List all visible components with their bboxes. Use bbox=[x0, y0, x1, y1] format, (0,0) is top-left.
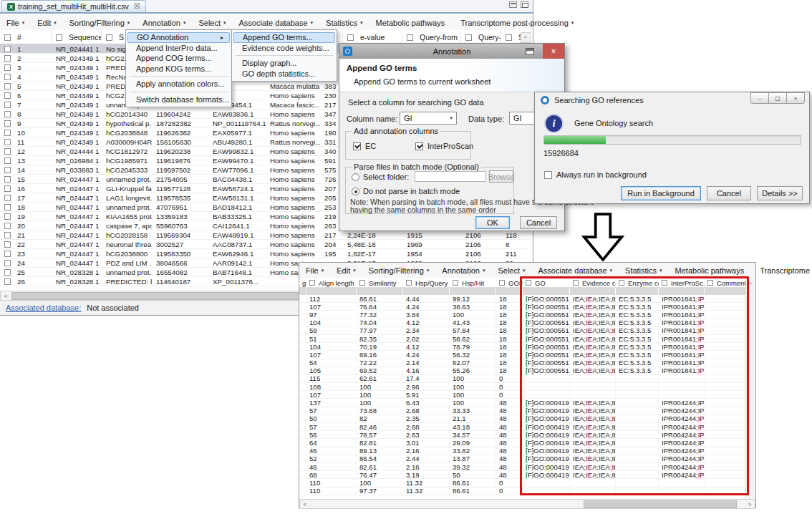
scrollbar-thumb[interactable] bbox=[584, 500, 737, 508]
row-checkbox[interactable] bbox=[4, 204, 11, 210]
row-checkbox[interactable] bbox=[4, 185, 11, 192]
col-comments[interactable]: Comments bbox=[717, 279, 746, 287]
col-hsp-query[interactable]: Hsp/Query bbox=[415, 279, 448, 287]
dialog-title-bar[interactable]: Annotation × bbox=[339, 44, 564, 59]
scroll-right-icon[interactable]: > bbox=[745, 500, 754, 508]
row-checkbox[interactable] bbox=[4, 278, 11, 285]
scroll-left-icon[interactable]: < bbox=[301, 500, 309, 508]
table-row[interactable]: 108 100 2.96 100 0 bbox=[299, 383, 746, 391]
col-evidence[interactable]: Evidence c... bbox=[582, 279, 616, 287]
row-checkbox[interactable] bbox=[4, 130, 11, 136]
always-background-checkbox[interactable] bbox=[544, 171, 552, 179]
select-folder-radio[interactable] bbox=[352, 173, 359, 181]
col-description[interactable]: S bbox=[119, 33, 124, 42]
row-checkbox[interactable] bbox=[4, 46, 11, 52]
col-query-to[interactable]: Query-to bbox=[478, 33, 501, 42]
header-checkbox[interactable] bbox=[573, 280, 579, 286]
header-checkbox[interactable] bbox=[499, 280, 505, 286]
row-checkbox[interactable] bbox=[4, 241, 11, 248]
menu-item[interactable]: Annotation ▾ bbox=[435, 263, 491, 278]
ok-button[interactable]: OK bbox=[475, 216, 510, 229]
scroll-up-icon[interactable]: ^ bbox=[746, 279, 755, 288]
menu-option[interactable]: Append KOG terms... bbox=[127, 64, 230, 74]
table-row[interactable]: 110 97.37 11.32 86.61 0 bbox=[299, 488, 746, 495]
interproscan-checkbox[interactable] bbox=[415, 142, 423, 150]
tab-close-icon[interactable]: ☒ bbox=[134, 3, 140, 10]
run-in-background-button[interactable]: Run in Background bbox=[621, 186, 701, 200]
row-checkbox[interactable] bbox=[4, 251, 11, 257]
row-checkbox[interactable] bbox=[4, 260, 11, 266]
table-row[interactable]: 104 70.19 4.12 78.79 18 [F]GO:0005515...… bbox=[299, 343, 746, 351]
close-icon[interactable]: × bbox=[786, 92, 805, 104]
col-interpro[interactable]: InterProSc... bbox=[671, 279, 705, 287]
menu-option[interactable] bbox=[130, 74, 228, 77]
header-checkbox[interactable] bbox=[359, 280, 365, 286]
row-checkbox[interactable] bbox=[4, 232, 11, 238]
col-query-from[interactable]: Query-from bbox=[420, 33, 458, 42]
scroll-up-icon[interactable]: ^ bbox=[521, 32, 531, 43]
table-row[interactable]: 137 100 6.43 100 48 [F]GO:0004197... IEA… bbox=[299, 399, 746, 407]
menu-item[interactable]: Sorting/Filtering ▾ bbox=[63, 15, 137, 30]
table-row[interactable]: 22 NR_024447 1 neuronal threa... 3002527… bbox=[0, 240, 531, 249]
menu-item[interactable]: Statistics ▾ bbox=[319, 15, 369, 30]
menu-item[interactable]: File ▾ bbox=[299, 263, 330, 278]
table-row[interactable]: 68 76.47 3.19 50 48 [F]GO:0004197... IEA… bbox=[299, 471, 746, 479]
table-row[interactable]: 52 86.54 2.44 13.87 48 [F]GO:0004197... … bbox=[299, 455, 746, 463]
row-checkbox[interactable] bbox=[4, 167, 11, 173]
header-checkbox[interactable] bbox=[106, 34, 112, 41]
row-checkbox[interactable] bbox=[4, 139, 11, 145]
menu-item[interactable]: Select ▾ bbox=[491, 263, 531, 278]
col-similarity[interactable]: Similarity bbox=[369, 279, 397, 287]
cancel-button[interactable]: Cancel bbox=[707, 186, 751, 200]
table-row[interactable]: 50 82 2.35 21.1 48 [F]GO:0004197... IEA;… bbox=[299, 415, 746, 423]
menu-item[interactable]: Associate database ▾ bbox=[532, 263, 619, 278]
table-row[interactable]: 104 74.04 4.12 41.43 18 [F]GO:0005515...… bbox=[299, 319, 746, 327]
maximize-icon[interactable]: ▢ bbox=[768, 92, 787, 104]
row-checkbox[interactable] bbox=[4, 157, 11, 164]
header-checkbox[interactable] bbox=[453, 280, 458, 286]
table-row[interactable]: 21 NR_024447 1 hCG2028158 119569304 EAW4… bbox=[0, 231, 531, 240]
details-button[interactable]: Details >> bbox=[757, 186, 803, 200]
menu-item[interactable]: Associate database ▾ bbox=[233, 15, 320, 30]
menu-option[interactable]: GO depth statistics... bbox=[233, 69, 335, 79]
minimize-icon[interactable] bbox=[509, 1, 517, 8]
scroll-left-icon[interactable]: < bbox=[1, 292, 10, 300]
menu-item[interactable]: Statistics ▾ bbox=[619, 263, 669, 278]
col-num[interactable]: # bbox=[17, 33, 21, 42]
row-checkbox[interactable] bbox=[4, 120, 11, 127]
menu-option[interactable] bbox=[130, 89, 228, 92]
row-checkbox[interactable] bbox=[4, 55, 11, 62]
table-row[interactable]: 46 89.13 2.16 33.82 48 [F]GO:0004197... … bbox=[299, 447, 746, 455]
header-checkbox[interactable] bbox=[407, 34, 413, 41]
table-row[interactable]: 23 NR_024447 1 hCG2038800 119583350 EAW6… bbox=[0, 249, 531, 258]
table-row[interactable]: 107 69.16 4.24 56.32 18 [F]GO:0005515...… bbox=[299, 351, 746, 359]
col-align-length[interactable]: Align length bbox=[319, 279, 354, 287]
menu-item[interactable]: Metabolic pathways bbox=[669, 263, 754, 278]
col-go-count[interactable]: GO# bbox=[508, 279, 523, 287]
menu-option[interactable]: Append InterPro data... bbox=[127, 43, 230, 54]
menu-item[interactable]: Sorting/Filtering ▾ bbox=[362, 263, 436, 278]
table-row[interactable]: 64 82.81 3.01 29.09 48 [F]GO:0004197... … bbox=[299, 439, 746, 447]
no-batch-radio[interactable] bbox=[352, 188, 359, 195]
table-row[interactable]: 57 73.68 2.68 33.33 48 [F]GO:0004197... … bbox=[299, 407, 746, 415]
table-row[interactable]: 105 69.52 4.16 55.26 18 [F]GO:0005515...… bbox=[299, 367, 746, 375]
table-row[interactable]: 97 77.32 3.84 100 18 [F]GO:0005515... IE… bbox=[299, 311, 746, 319]
row-checkbox[interactable] bbox=[4, 111, 11, 117]
col-go[interactable]: GO bbox=[535, 279, 546, 287]
header-checkbox[interactable] bbox=[56, 34, 62, 41]
menu-item[interactable]: Transcriptome post-processing ▾ bbox=[753, 263, 812, 278]
header-checkbox[interactable] bbox=[619, 280, 624, 286]
menu-item[interactable]: Select ▾ bbox=[192, 15, 232, 30]
menu-option[interactable] bbox=[236, 53, 333, 56]
header-checkbox[interactable] bbox=[506, 34, 512, 41]
column-name-select[interactable]: GI ▾ bbox=[400, 112, 457, 125]
menu-option[interactable]: Append GO terms... bbox=[233, 32, 335, 43]
menu-item[interactable]: Edit ▾ bbox=[330, 263, 362, 278]
col-enzyme[interactable]: Enzyme co... bbox=[628, 279, 659, 287]
table-row[interactable]: 115 62.61 17.4 100 0 bbox=[299, 375, 746, 383]
cancel-button[interactable]: Cancel bbox=[520, 216, 557, 229]
col-sequence[interactable]: Sequence bbox=[69, 33, 102, 42]
menu-item[interactable]: File ▾ bbox=[0, 15, 31, 30]
row-checkbox[interactable] bbox=[4, 269, 11, 276]
browse-button[interactable]: Browse bbox=[489, 170, 513, 183]
